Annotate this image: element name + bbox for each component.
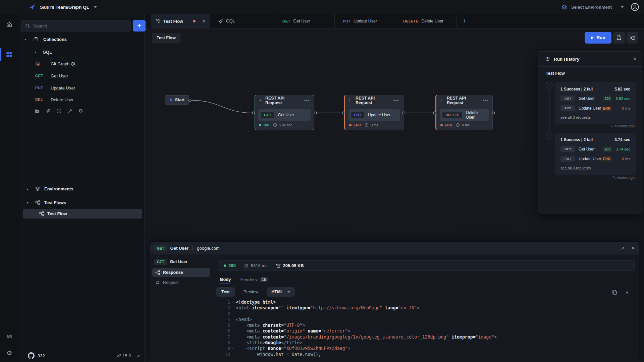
tab-label: GQL: [226, 19, 235, 23]
collections-section-header[interactable]: ▾ Collections: [18, 35, 145, 44]
code-line: 7 <meta content="/images/branding/google…: [217, 334, 639, 340]
flow-node-delete-user[interactable]: ! REST API Request ••• DELETE Delete Use…: [435, 95, 493, 130]
request-url: google.com: [197, 246, 219, 251]
request-item-git-graph-ql[interactable]: Git Graph QL: [18, 59, 145, 68]
start-node[interactable]: Start: [165, 95, 189, 105]
request-name: Get User: [170, 259, 187, 264]
environments-section-header[interactable]: ▸ Environments: [18, 184, 145, 193]
code-text: window.hat = Date.now();: [236, 352, 321, 357]
tab-headers-label: Headers: [240, 277, 257, 282]
github-link[interactable]: 332: [28, 352, 45, 359]
add-collection-button[interactable]: +: [133, 20, 146, 32]
method-label: GET: [35, 74, 48, 78]
request-time: 5.82 sec: [612, 97, 630, 101]
node-menu-icon[interactable]: •••: [393, 98, 399, 103]
workspace-selector[interactable]: Sanil's Team/Graph QL: [28, 0, 97, 14]
expand-icon[interactable]: [620, 246, 625, 251]
tab-body[interactable]: Body: [220, 275, 231, 284]
flow-node-update-user[interactable]: ! REST API Request ••• PUT Update User E…: [344, 95, 404, 130]
download-icon[interactable]: [625, 290, 630, 295]
new-folder-icon[interactable]: [35, 109, 40, 114]
nav-request[interactable]: Request: [152, 278, 210, 287]
clock-icon: [456, 123, 460, 127]
run-timestamp: 2 minutes ago: [612, 176, 635, 180]
bolt-circle-icon[interactable]: [56, 108, 62, 114]
code-text: <!doctype html>: [236, 299, 276, 305]
request-name: Get User: [579, 96, 603, 101]
nav-settings-button[interactable]: ⚙: [0, 346, 18, 360]
folder-gql[interactable]: ▾ GQL: [18, 48, 145, 56]
save-button[interactable]: [613, 32, 625, 44]
run-duration: 5.82 sec: [614, 87, 630, 92]
node-request-box[interactable]: PUT Update User: [348, 109, 400, 121]
code-line: 3: [217, 311, 639, 317]
request-time: 3.74 sec: [612, 147, 630, 151]
test-flows-section-header[interactable]: ▾ Test Flows: [18, 198, 145, 207]
request-label: Update User: [51, 85, 75, 90]
unsaved-dot: [193, 20, 196, 22]
format-select[interactable]: HTML: [267, 287, 295, 297]
search-box[interactable]: [21, 20, 131, 32]
error-icon: !: [349, 99, 353, 103]
line-number: 1: [217, 299, 230, 305]
edit-pen-icon[interactable]: [67, 108, 73, 114]
run-history-button[interactable]: [627, 32, 638, 44]
run-button[interactable]: Run: [585, 32, 611, 44]
close-tab-icon[interactable]: ✕: [202, 19, 206, 24]
fold-caret-icon[interactable]: ▾: [230, 346, 236, 351]
request-item-update-user[interactable]: PUT Update User: [18, 83, 145, 92]
node-menu-icon[interactable]: •••: [304, 98, 310, 103]
view-toolbar: Text Preview HTML: [216, 287, 632, 297]
search-input[interactable]: [33, 23, 127, 28]
node-request-box[interactable]: GET Get User: [258, 109, 311, 121]
tab-test-flow[interactable]: Test Flow ✕: [151, 14, 210, 28]
copy-icon[interactable]: [612, 290, 617, 295]
status-code: 200: [228, 263, 236, 268]
flow-icon: [35, 200, 40, 205]
nav-collections-button[interactable]: [0, 47, 18, 62]
settings-gear-icon[interactable]: ⚙: [78, 108, 83, 114]
clock-icon: [244, 263, 249, 268]
code-editor[interactable]: 1<!doctype html>2<html itemscope="" item…: [212, 299, 639, 357]
run-card[interactable]: 1 Success | 2 fail 3.74 sec GET Get User…: [555, 133, 636, 175]
tab-gql[interactable]: GQL: [210, 14, 274, 28]
flow-node-get-user[interactable]: ✓ REST API Request ••• GET Get User 200 …: [255, 95, 314, 130]
close-icon[interactable]: ✕: [631, 246, 635, 251]
node-result: 200 5.82 sec: [255, 123, 314, 127]
method-label: DELETE: [403, 19, 418, 23]
history-icon: [544, 56, 550, 62]
test-flow-item-selected[interactable]: Test Flow: [23, 209, 142, 219]
nav-team-button[interactable]: [0, 329, 18, 344]
nav-home-button[interactable]: [0, 17, 18, 32]
see-all-requests-link[interactable]: see all 3 requests: [560, 115, 591, 119]
run-card[interactable]: 1 Success | 2 fail 5.82 sec GET Get User…: [555, 82, 636, 124]
line-number: 3: [217, 311, 230, 317]
new-tab-button[interactable]: +: [457, 14, 473, 28]
line-number: 5: [217, 322, 230, 328]
preview-view-button[interactable]: Preview: [244, 290, 258, 294]
nav-response[interactable]: Response: [152, 268, 210, 277]
tab-delete-user[interactable]: DELETE Delete User: [395, 14, 457, 28]
tab-update-user[interactable]: PUT Update User: [335, 14, 395, 28]
node-result: ERR 0 ms: [436, 123, 492, 127]
close-icon[interactable]: ✕: [633, 56, 637, 62]
line-number: 7: [217, 334, 230, 340]
request-item-get-user[interactable]: GET Get User: [18, 71, 145, 80]
request-item-delete-user[interactable]: DEL Delete User: [18, 95, 145, 104]
swap-icon: [155, 280, 160, 285]
start-node-label: Start: [175, 98, 184, 102]
tab-headers[interactable]: Headers 18: [240, 275, 268, 284]
method-badge: DELETE: [442, 112, 462, 118]
caret-down-icon: ▾: [24, 38, 29, 41]
environment-selector[interactable]: Select Environment: [561, 0, 624, 14]
tab-label: Delete User: [421, 19, 443, 23]
node-request-box[interactable]: DELETE Delete User: [440, 109, 489, 121]
collapse-sidebar-button[interactable]: «: [137, 353, 140, 359]
text-view-button[interactable]: Text: [216, 287, 235, 297]
method-badge: PUT: [351, 112, 364, 118]
see-all-requests-link[interactable]: see all 3 requests: [560, 166, 591, 170]
sync-icon[interactable]: [45, 108, 51, 114]
user-avatar-icon[interactable]: [631, 3, 639, 11]
node-menu-icon[interactable]: •••: [483, 98, 488, 103]
tab-get-user[interactable]: GET Get User: [274, 14, 335, 28]
